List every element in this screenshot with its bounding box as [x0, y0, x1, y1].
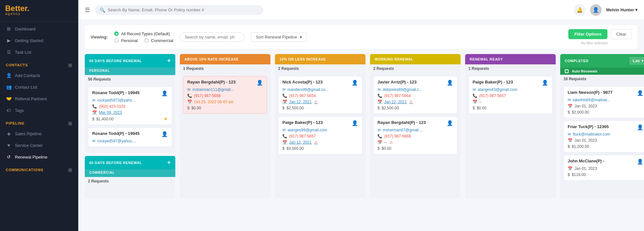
card-javier-arriz[interactable]: Javier Arriz(P) - 123 👤 ✉ debjones89@gma…: [373, 76, 457, 114]
card-menu-icon[interactable]: 👤: [637, 90, 643, 96]
filter-search-input[interactable]: [180, 32, 245, 42]
requests-count-col1: 56 Requests: [85, 75, 175, 83]
card-menu-icon[interactable]: 👤: [637, 124, 643, 130]
warn-icon: ⚠: [389, 140, 393, 145]
card-rayan-bergdahl-col4[interactable]: Rayan Bergdahl(P) - 123 👤 ✉ msherman67@g…: [373, 116, 457, 154]
card-liam-neeson[interactable]: Liam Neeson(P) - 9877 👤 ✉ takethis69@mai…: [563, 86, 644, 118]
card-date: 📅 Jan 12, 2021 ⚠: [282, 140, 358, 145]
card-menu-icon[interactable]: 👤: [447, 120, 453, 126]
card-phone: 📞 (917) 987-5654: [282, 94, 358, 98]
add-col1-button[interactable]: +: [167, 57, 171, 64]
sidebar-item-getting-started[interactable]: ▶ Getting Started: [0, 35, 78, 46]
sidebar-item-label: Task List: [15, 50, 31, 55]
calendar-icon: 📅: [568, 138, 573, 143]
sidebar-item-sales-pipeline[interactable]: ◈ Sales Pipeline: [0, 128, 78, 139]
card-menu-icon[interactable]: 👤: [447, 80, 453, 86]
sort-dropdown[interactable]: Sort Renewal Pipeline ▾: [251, 32, 307, 42]
phone-icon: 📞: [92, 104, 97, 109]
col-body-col4: Javier Arriz(P) - 123 👤 ✉ debjones89@gma…: [370, 73, 461, 198]
card-menu-icon[interactable]: 👤: [352, 120, 358, 126]
radio-all-records[interactable]: All Record Types (Default): [114, 31, 173, 36]
sidebar-item-tags[interactable]: 🏷 Tags: [0, 104, 78, 116]
card-menu-icon[interactable]: 👤: [161, 90, 168, 96]
requests-count-col6: 16 Requests: [560, 75, 644, 83]
warn-icon: ⚠: [314, 140, 318, 145]
completed-dropdown[interactable]: Las ▾: [630, 57, 644, 64]
col-header-completed: COMPLETED Las ▾: [560, 54, 644, 68]
card-title: Liam Neeson(P) - 9877 👤: [568, 90, 643, 96]
calendar-icon: 📅: [92, 110, 97, 115]
search-input[interactable]: [108, 7, 259, 12]
money-icon: $: [282, 106, 285, 110]
phone-icon: 📞: [473, 94, 477, 98]
card-friar-tuck[interactable]: Friar Tuck(P) - 12365 👤 ✉ ftuck@mailinat…: [563, 121, 644, 152]
contacts-collapse-icon[interactable]: ▣: [68, 62, 72, 68]
radio-commercial[interactable]: Commercial: [144, 38, 173, 43]
sidebar-item-renewal-pipeline[interactable]: ↺ Renewal Pipeline: [0, 151, 78, 163]
sidebar-item-add-contacts[interactable]: 👤 Add Contacts: [0, 70, 78, 81]
card-email: ✉ alanges99@gmail.com: [282, 128, 358, 132]
col-body-col1b: [85, 185, 175, 198]
card-money: $ $0.00: [473, 106, 548, 110]
sidebar-item-task-list[interactable]: ☰ Task List: [0, 46, 78, 58]
card-nick-acosta[interactable]: Nick Acosta(P) - 123 👤 ✉ rsanders99@gmai…: [278, 76, 362, 114]
col-completed: COMPLETED Las ▾ Auto Renewals 16 Request…: [560, 54, 644, 198]
card-paige-baker-col5[interactable]: Paige Baker(P) - 123 👤 ✉ alanges43@gmail…: [468, 76, 552, 114]
card-menu-icon[interactable]: 👤: [637, 159, 643, 165]
card-phone: 📞 (903) 423-3102: [92, 104, 168, 109]
clear-button[interactable]: Clear: [611, 29, 632, 39]
card-money: $ $2,500.00: [282, 106, 358, 110]
viewing-label: Viewing:: [91, 35, 108, 39]
card-title: Paige Baker(P) - 123 👤: [282, 120, 358, 126]
col-renewal-ready: RENEWAL READY 1 Requests Paige Baker(P) …: [465, 54, 556, 198]
phone-icon: 📞: [282, 94, 287, 98]
card-john-mcclane[interactable]: John McClane(P) - 👤 📅 Jan 01, 2023 $ $11…: [563, 155, 644, 181]
card-menu-icon[interactable]: 👤: [352, 80, 358, 86]
card-menu-icon[interactable]: 👤: [257, 80, 263, 86]
avatar: 👤: [590, 4, 602, 16]
email-icon: ✉: [187, 87, 191, 92]
pipeline-collapse-icon[interactable]: ▣: [68, 121, 72, 126]
col-body-col1: Roxane Todd(P) - 19945 👤 ✉ rockyed5973@y…: [85, 83, 175, 153]
auto-renewals-label: Auto Renewals: [572, 69, 597, 73]
card-menu-icon[interactable]: 👤: [161, 131, 168, 137]
communications-collapse-icon[interactable]: ▣: [68, 167, 72, 172]
communications-section-header: COMMUNICATIONS ▣: [0, 163, 78, 174]
card-roxane-todd-1[interactable]: Roxane Todd(P) - 19945 👤 ✉ rockyed5973@y…: [88, 87, 172, 125]
add-col1b-button[interactable]: +: [167, 159, 171, 166]
sidebar-item-label: Referral Partners: [15, 96, 47, 101]
sidebar-item-referral-partners[interactable]: 🤝 Referral Partners: [0, 93, 78, 104]
money-icon: $: [187, 106, 190, 110]
money-icon: $: [568, 144, 570, 149]
col-body-col6: Liam Neeson(P) - 9877 👤 ✉ takethis69@mai…: [560, 83, 644, 198]
menu-icon[interactable]: ☰: [85, 6, 90, 14]
sidebar-item-dashboard[interactable]: ⊞ Dashboard: [0, 23, 78, 35]
card-date-row: 📅 --: [473, 100, 548, 104]
sidebar-item-service-center[interactable]: ♥ Service Center: [0, 139, 78, 151]
card-phone: 📞 (917) 987-5657: [473, 94, 548, 98]
search-bar[interactable]: 🔍: [95, 5, 263, 15]
card-menu-icon[interactable]: 👤: [542, 80, 548, 86]
card-phone: 📞 (917) 987-5657: [282, 134, 358, 138]
card-money: $ $3,500.00: [282, 146, 358, 151]
calendar-icon: 📅: [282, 100, 287, 104]
card-title: Rayan Bergdahl(P) - 123 👤: [377, 120, 453, 126]
user-name[interactable]: Melvin Hunter ▾: [606, 7, 638, 12]
card-paige-baker-col3[interactable]: Paige Baker(P) - 123 👤 ✉ alanges99@gmail…: [278, 116, 362, 154]
card-title: Roxane Todd(P) - 19945 👤: [92, 131, 168, 137]
card-rayan-bergdahl[interactable]: Rayan Bergdahl(P) - 123 👤 ✉ msherman111@…: [183, 76, 267, 114]
calendar-icon: 📅: [568, 166, 573, 171]
sidebar-item-contact-list[interactable]: 👥 Contact List: [0, 81, 78, 93]
filter-options-button[interactable]: Filter Options: [568, 29, 607, 39]
star-icon[interactable]: ★: [164, 116, 168, 121]
sidebar-item-label: Add Contacts: [15, 73, 40, 78]
card-money: $ $1,400.00: [92, 117, 114, 121]
logo-area: Better. agency: [0, 0, 78, 20]
radio-personal[interactable]: Personal: [114, 38, 137, 43]
card-date-row: 📅 Oct 25, 2022 08:45 am: [187, 100, 263, 104]
col-sub-commercial: COMMERCIAL: [85, 169, 175, 177]
renewal-pipeline-icon: ↺: [6, 154, 12, 160]
notification-button[interactable]: 🔔: [574, 4, 585, 16]
card-roxane-todd-2[interactable]: Roxane Todd(P) - 19945 👤 ✉ rockyed597@ya…: [88, 127, 172, 147]
card-date-row: 📅 Jan 01, 2023: [568, 138, 643, 143]
